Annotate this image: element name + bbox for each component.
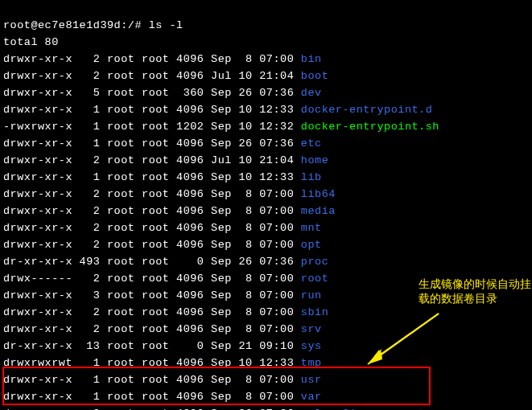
list-item: drwxr-xr-x 2 root root 4096 Sep 26 07:36… (3, 405, 529, 410)
file-name: mnt (301, 222, 322, 234)
file-name: tmp (301, 357, 322, 369)
command: ls -l (149, 19, 184, 31)
list-item: -rwxrwxr-x 1 root root 1202 Sep 10 12:32… (3, 118, 529, 135)
list-item: dr-xr-xr-x 493 root root 0 Sep 26 07:36 … (3, 253, 529, 270)
list-item: drwxrwxrwt 1 root root 4096 Sep 10 12:33… (3, 355, 529, 371)
list-item: drwxr-xr-x 2 root root 4096 Sep 8 07:00 … (3, 203, 529, 219)
file-name: boot (301, 70, 328, 82)
annotation-text: 生成镜像的时候自动挂 载的数据卷目录 (419, 277, 531, 305)
file-name: root (301, 273, 328, 285)
file-name: sbin (301, 306, 328, 318)
list-item: drwxr-xr-x 2 root root 4096 Jul 10 21:04… (3, 68, 529, 84)
file-name: etc (301, 137, 322, 150)
list-item: drwxr-xr-x 1 root root 4096 Sep 10 12:33… (3, 101, 529, 118)
file-name: srv (301, 323, 322, 335)
list-item: drwxr-xr-x 1 root root 4096 Sep 8 07:00 … (3, 388, 529, 405)
file-name: bin (301, 53, 322, 65)
list-item: drwxr-xr-x 5 root root 360 Sep 26 07:36 … (3, 84, 529, 101)
file-name: usr (301, 374, 322, 386)
file-name: sys (301, 340, 322, 352)
file-listing: drwxr-xr-x 2 root root 4096 Sep 8 07:00 … (3, 51, 529, 410)
file-name: home (301, 154, 328, 166)
file-name: lib (301, 171, 322, 183)
file-name: opt (301, 239, 322, 251)
list-item: drwxr-xr-x 2 root root 4096 Sep 8 07:00 … (3, 186, 529, 203)
file-name: run (301, 289, 322, 301)
list-item: drwxr-xr-x 2 root root 4096 Sep 8 07:00 … (3, 236, 529, 253)
file-name: docker-entrypoint.sh (301, 121, 439, 133)
list-item: drwxr-xr-x 1 root root 4096 Sep 26 07:36… (3, 135, 529, 152)
file-name: lib64 (301, 188, 336, 200)
total-line: total 80 (3, 34, 529, 51)
cropped-line (3, 0, 529, 17)
file-name: dev (301, 87, 322, 99)
terminal-output[interactable]: root@ec7e81e1d39d:/# ls -l total 80 drwx… (0, 0, 532, 410)
list-item: dr-xr-xr-x 13 root root 0 Sep 21 09:10 s… (3, 338, 529, 355)
file-name: proc (301, 256, 328, 268)
list-item: drwxr-xr-x 2 root root 4096 Sep 8 07:00 … (3, 219, 529, 236)
list-item: drwxr-xr-x 2 root root 4096 Sep 8 07:00 … (3, 51, 529, 68)
file-name: docker-entrypoint.d (301, 104, 432, 116)
list-item: drwxr-xr-x 2 root root 4096 Sep 8 07:00 … (3, 321, 529, 338)
list-item: drwxr-xr-x 1 root root 4096 Sep 8 07:00 … (3, 371, 529, 388)
list-item: drwxr-xr-x 2 root root 4096 Jul 10 21:04… (3, 152, 529, 169)
file-name: media (301, 205, 336, 217)
prompt-user-host: root@ec7e81e1d39d (3, 19, 121, 31)
prompt-line: root@ec7e81e1d39d:/# ls -l (3, 17, 529, 34)
file-name: var (301, 391, 322, 403)
list-item: drwxr-xr-x 1 root root 4096 Sep 10 12:33… (3, 169, 529, 186)
list-item: drwxr-xr-x 2 root root 4096 Sep 8 07:00 … (3, 304, 529, 321)
